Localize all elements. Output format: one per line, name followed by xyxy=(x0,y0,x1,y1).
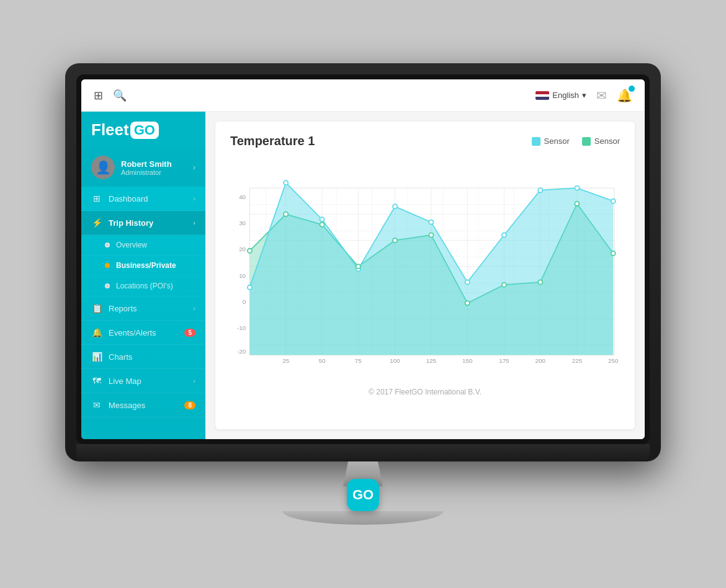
svg-point-35 xyxy=(465,280,470,284)
temperature-chart: 40 30 20 10 0 -10 -20 xyxy=(230,158,620,381)
svg-text:100: 100 xyxy=(390,357,400,364)
sidebar-item-overview[interactable]: Overview xyxy=(81,235,205,256)
svg-point-43 xyxy=(356,264,361,269)
sidebar-item-label: Dashboard xyxy=(109,194,148,203)
svg-point-40 xyxy=(248,249,252,253)
svg-point-47 xyxy=(502,283,506,287)
user-chevron-icon: › xyxy=(193,163,195,172)
app-body: Fleet GO 👤 Robert Smith Administrator › xyxy=(81,112,645,439)
sidebar-item-business-private[interactable]: Business/Private xyxy=(81,256,205,276)
topbar-right: English ▾ ✉ 🔔 xyxy=(536,88,632,103)
chart-header: Temperature 1 Sensor Sensor xyxy=(230,134,620,148)
bell-button[interactable]: 🔔 xyxy=(617,88,632,103)
svg-text:75: 75 xyxy=(355,357,362,364)
sidebar-item-label: Overview xyxy=(116,241,147,249)
svg-text:25: 25 xyxy=(282,357,289,364)
svg-point-31 xyxy=(320,217,324,221)
svg-text:20: 20 xyxy=(239,246,246,252)
language-selector[interactable]: English ▾ xyxy=(536,91,586,100)
avatar: 👤 xyxy=(91,156,115,179)
svg-point-41 xyxy=(284,212,288,216)
sidebar: Fleet GO 👤 Robert Smith Administrator › xyxy=(81,112,205,439)
svg-text:125: 125 xyxy=(426,357,437,364)
legend-label-2: Sensor xyxy=(594,136,620,146)
svg-text:40: 40 xyxy=(239,194,246,200)
chevron-down-icon: ▾ xyxy=(582,91,586,100)
user-role: Administrator xyxy=(121,169,193,176)
chart-container: Temperature 1 Sensor Sensor xyxy=(215,122,635,429)
svg-point-45 xyxy=(429,233,433,237)
svg-text:30: 30 xyxy=(239,220,246,226)
svg-point-48 xyxy=(538,280,542,284)
search-icon[interactable]: 🔍 xyxy=(113,89,127,102)
flag-icon xyxy=(536,91,549,100)
legend-label-1: Sensor xyxy=(544,136,570,146)
business-dot xyxy=(105,263,110,268)
svg-point-49 xyxy=(575,202,579,206)
sidebar-item-label: Business/Private xyxy=(116,261,176,270)
dashboard-chevron-icon: › xyxy=(193,195,195,202)
footer-copyright: © 2017 FleetGO International B.V. xyxy=(230,381,620,400)
user-info: Robert Smith Administrator xyxy=(121,159,193,176)
user-name: Robert Smith xyxy=(121,159,193,169)
sidebar-item-locations[interactable]: Locations (POI's) xyxy=(81,276,205,296)
messages-icon: ✉ xyxy=(91,400,102,410)
mail-button[interactable]: ✉ xyxy=(596,88,607,103)
legend-item-1: Sensor xyxy=(532,136,570,146)
main-content: Temperature 1 Sensor Sensor xyxy=(205,112,645,439)
events-badge: 5 xyxy=(184,329,195,337)
svg-point-37 xyxy=(538,188,542,192)
monitor: ⊞ 🔍 English ▾ ✉ 🔔 xyxy=(65,63,661,461)
sidebar-item-messages[interactable]: ✉ Messages 8 xyxy=(81,393,205,417)
svg-point-29 xyxy=(248,285,252,290)
sidebar-item-charts[interactable]: 📊 Charts xyxy=(81,345,205,369)
sidebar-item-reports[interactable]: 📋 Reports › xyxy=(81,296,205,321)
svg-point-50 xyxy=(611,251,616,256)
logo: Fleet GO xyxy=(91,120,195,140)
svg-text:-20: -20 xyxy=(237,348,246,355)
svg-text:250: 250 xyxy=(608,357,619,364)
svg-text:50: 50 xyxy=(319,357,326,364)
topbar-left: ⊞ 🔍 xyxy=(94,89,127,102)
logo-fleet: Fleet xyxy=(91,120,129,140)
sidebar-item-live-map[interactable]: 🗺 Live Map › xyxy=(81,369,205,393)
monitor-base xyxy=(282,511,444,525)
svg-point-36 xyxy=(502,233,506,237)
scene: ⊞ 🔍 English ▾ ✉ 🔔 xyxy=(53,63,673,525)
svg-text:-10: -10 xyxy=(237,324,246,331)
reports-chevron-icon: › xyxy=(193,305,195,312)
sidebar-item-events-alerts[interactable]: 🔔 Events/Alerts 5 xyxy=(81,321,205,345)
sidebar-item-dashboard[interactable]: ⊞ Dashboard › xyxy=(81,187,205,211)
svg-text:175: 175 xyxy=(499,357,509,364)
svg-point-39 xyxy=(611,199,616,203)
svg-point-38 xyxy=(575,186,579,190)
language-label: English xyxy=(552,91,579,100)
sidebar-item-label: Events/Alerts xyxy=(109,328,156,337)
svg-text:200: 200 xyxy=(535,357,545,364)
stand-logo-text: GO xyxy=(352,487,374,503)
monitor-screen: ⊞ 🔍 English ▾ ✉ 🔔 xyxy=(81,79,645,439)
bell-badge xyxy=(629,86,635,92)
chart-legend: Sensor Sensor xyxy=(532,136,620,146)
chart-area: 40 30 20 10 0 -10 -20 xyxy=(230,158,620,381)
live-map-icon: 🗺 xyxy=(91,376,102,386)
messages-badge: 8 xyxy=(184,401,195,409)
events-icon: 🔔 xyxy=(91,327,102,337)
sidebar-item-label: Messages xyxy=(109,401,145,410)
topbar: ⊞ 🔍 English ▾ ✉ 🔔 xyxy=(81,79,645,112)
live-map-chevron-icon: › xyxy=(193,377,195,385)
user-profile[interactable]: 👤 Robert Smith Administrator › xyxy=(81,148,205,187)
svg-point-42 xyxy=(320,223,324,227)
svg-point-33 xyxy=(393,204,397,208)
svg-point-46 xyxy=(465,301,470,305)
monitor-chin xyxy=(76,444,650,461)
sidebar-item-label: Live Map xyxy=(109,376,141,386)
reports-icon: 📋 xyxy=(91,303,102,313)
sidebar-item-label: Trip History xyxy=(109,218,153,228)
sidebar-item-label: Reports xyxy=(109,304,137,313)
sidebar-item-trip-history[interactable]: ⚡ Trip History › xyxy=(81,211,205,235)
dashboard-icon: ⊞ xyxy=(91,194,102,203)
svg-text:150: 150 xyxy=(462,357,473,364)
svg-point-44 xyxy=(393,238,397,243)
grid-icon[interactable]: ⊞ xyxy=(94,89,103,102)
